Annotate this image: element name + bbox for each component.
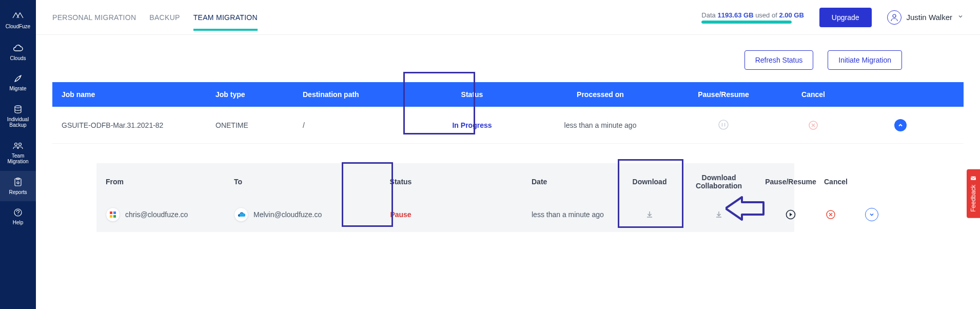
database-icon	[13, 104, 23, 114]
table-header: Job name Job type Destination path Statu…	[52, 82, 964, 107]
download-collaboration-button[interactable]	[712, 208, 726, 221]
col-processed-on: Processed on	[534, 90, 667, 99]
cloudfuze-logo-icon	[11, 11, 25, 22]
sidebar-item-reports[interactable]: Reports	[0, 171, 36, 202]
col-from: From	[106, 178, 234, 186]
subtable-header: From To Status Date Download Download Co…	[96, 163, 794, 200]
from-cell: chris@cloudfuze.co	[106, 207, 234, 222]
svg-point-8	[719, 120, 728, 129]
table-row: GSUITE-ODFB-Mar.31.2021-82 ONETIME / In …	[52, 107, 964, 144]
usage-prefix: Data	[701, 11, 717, 19]
usage-used: 1193.63 GB	[717, 11, 753, 19]
sub-date-value: less than a minute ago	[532, 210, 619, 219]
usage-bar	[701, 21, 792, 24]
sidebar-item-individual-backup[interactable]: Individual Backup	[0, 98, 36, 134]
dest-path-value: /	[303, 121, 410, 129]
col-status: Status	[410, 90, 534, 99]
avatar-icon	[887, 10, 901, 25]
topbar: PERSONAL MIGRATION BACKUP TEAM MIGRATION…	[36, 0, 980, 35]
sidebar-item-label: Clouds	[10, 55, 26, 62]
sidebar-item-label: Migrate	[9, 86, 26, 92]
sidebar-item-label: Individual Backup	[7, 117, 29, 128]
sidebar-item-team-migration[interactable]: Team Migration	[0, 134, 36, 171]
sidebar: CloudFuze Clouds Migrate Individual Back…	[0, 0, 36, 309]
col-cancel: Cancel	[780, 90, 847, 99]
download-button[interactable]	[643, 208, 656, 221]
sidebar-item-help[interactable]: Help	[0, 201, 36, 232]
job-type-value: ONETIME	[215, 121, 303, 129]
pause-button[interactable]	[717, 118, 730, 131]
svg-rect-13	[113, 215, 116, 218]
sidebar-item-migrate[interactable]: Migrate	[0, 67, 36, 98]
sub-cancel-button[interactable]	[824, 208, 837, 221]
collapse-row-button[interactable]	[894, 119, 907, 131]
sidebar-item-label: Help	[13, 220, 24, 226]
col-to: To	[234, 178, 357, 186]
col-download: Download	[619, 178, 680, 186]
help-icon	[13, 207, 23, 218]
to-value: Melvin@cloudfuze.co	[253, 210, 322, 219]
sidebar-item-label: CloudFuze	[6, 24, 30, 30]
main-area: PERSONAL MIGRATION BACKUP TEAM MIGRATION…	[36, 0, 980, 309]
from-value: chris@cloudfuze.co	[125, 210, 188, 219]
onedrive-icon	[234, 207, 248, 222]
svg-point-5	[17, 182, 19, 184]
expand-sub-row-button[interactable]	[865, 208, 878, 221]
tab-team-migration[interactable]: TEAM MIGRATION	[193, 4, 258, 31]
to-cell: Melvin@cloudfuze.co	[234, 207, 357, 222]
col-job-name: Job name	[62, 90, 215, 99]
job-name-value: GSUITE-ODFB-Mar.31.2021-82	[62, 121, 215, 129]
sub-status-value: Pause	[357, 210, 444, 219]
sidebar-item-label: Team Migration	[7, 153, 28, 165]
usage-mid: used of	[754, 11, 779, 19]
col-job-type: Job type	[215, 90, 303, 99]
svg-point-2	[19, 143, 22, 145]
usage-total: 2.00 GB	[779, 11, 803, 19]
col-date: Date	[532, 178, 619, 186]
subtable-row: chris@cloudfuze.co Melvin@cloudfuze.co P…	[96, 200, 794, 232]
initiate-migration-button[interactable]: Initiate Migration	[828, 50, 902, 70]
cloud-icon	[12, 43, 24, 53]
actions-row: Refresh Status Initiate Migration	[52, 45, 964, 82]
col-sub-pause-resume: Pause/Resume	[757, 178, 824, 186]
sidebar-logo[interactable]: CloudFuze	[0, 5, 36, 37]
col-dest-path: Destination path	[303, 90, 410, 99]
subtable-wrap: From To Status Date Download Download Co…	[96, 163, 794, 232]
user-name: Justin Walker	[907, 13, 952, 22]
content: Refresh Status Initiate Migration Job na…	[36, 35, 980, 242]
resume-button[interactable]	[784, 208, 797, 221]
processed-on-value: less than a minute ago	[534, 121, 667, 129]
feedback-icon	[970, 176, 977, 182]
cancel-button[interactable]	[807, 119, 820, 132]
sidebar-item-clouds[interactable]: Clouds	[0, 37, 36, 68]
refresh-status-button[interactable]: Refresh Status	[744, 50, 814, 70]
upgrade-button[interactable]: Upgrade	[819, 8, 872, 27]
svg-rect-12	[110, 215, 112, 218]
clipboard-icon	[14, 177, 22, 187]
svg-rect-10	[110, 211, 112, 214]
col-download-collab: Download Collaboration	[680, 173, 757, 190]
tab-personal-migration[interactable]: PERSONAL MIGRATION	[52, 4, 136, 31]
data-usage: Data 1193.63 GB used of 2.00 GB	[701, 11, 803, 24]
feedback-label: Feedback	[970, 185, 977, 212]
gsuite-icon	[106, 207, 120, 222]
sub-jobs-table: From To Status Date Download Download Co…	[96, 163, 794, 232]
annotation-arrow	[726, 194, 766, 224]
jobs-table: Job name Job type Destination path Statu…	[52, 82, 964, 144]
sidebar-item-label: Reports	[9, 189, 27, 196]
tab-backup[interactable]: BACKUP	[149, 4, 180, 31]
svg-point-1	[15, 143, 17, 145]
svg-point-0	[15, 105, 21, 107]
col-sub-status: Status	[357, 178, 444, 186]
top-tabs: PERSONAL MIGRATION BACKUP TEAM MIGRATION	[52, 4, 258, 31]
team-icon	[13, 141, 23, 151]
feedback-tab[interactable]: Feedback	[967, 169, 980, 218]
col-pause-resume: Pause/Resume	[667, 90, 780, 99]
status-value: In Progress	[410, 121, 534, 129]
svg-rect-11	[113, 211, 116, 214]
col-sub-cancel: Cancel	[824, 178, 865, 186]
rocket-icon	[13, 73, 23, 84]
chevron-down-icon	[957, 13, 964, 21]
user-menu[interactable]: Justin Walker	[887, 10, 964, 25]
svg-point-7	[893, 14, 896, 17]
